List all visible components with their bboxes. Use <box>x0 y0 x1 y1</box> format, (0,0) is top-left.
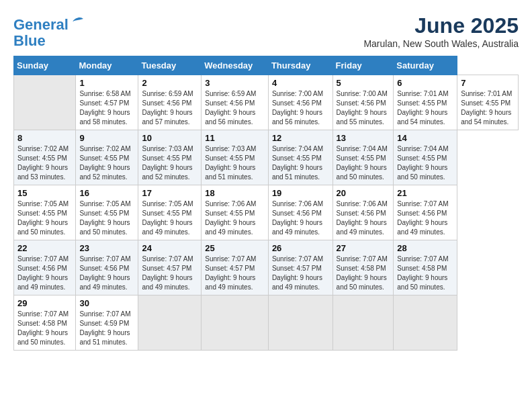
calendar-cell: 30Sunrise: 7:07 AMSunset: 4:59 PMDayligh… <box>76 295 138 351</box>
calendar-cell: 5Sunrise: 7:00 AMSunset: 4:56 PMDaylight… <box>332 75 394 130</box>
header: General Blue June 2025 Marulan, New Sout… <box>13 13 519 49</box>
logo-line1: General <box>13 16 69 33</box>
day-info: Sunrise: 6:59 AMSunset: 4:56 PMDaylight:… <box>205 89 265 127</box>
calendar-cell <box>268 295 332 351</box>
day-info: Sunrise: 7:07 AMSunset: 4:58 PMDaylight:… <box>397 255 453 292</box>
day-info: Sunrise: 7:06 AMSunset: 4:56 PMDaylight:… <box>337 199 390 237</box>
day-info: Sunrise: 7:06 AMSunset: 4:56 PMDaylight:… <box>272 199 329 237</box>
column-header-friday: Friday <box>332 56 394 75</box>
day-info: Sunrise: 7:00 AMSunset: 4:56 PMDaylight:… <box>337 89 390 127</box>
day-number: 23 <box>79 243 134 253</box>
calendar-cell: 18Sunrise: 7:06 AMSunset: 4:55 PMDayligh… <box>202 185 269 240</box>
day-info: Sunrise: 7:07 AMSunset: 4:58 PMDaylight:… <box>337 255 390 292</box>
day-number: 30 <box>79 298 134 308</box>
calendar-cell: 3Sunrise: 6:59 AMSunset: 4:56 PMDaylight… <box>202 75 269 130</box>
calendar-cell: 4Sunrise: 7:00 AMSunset: 4:56 PMDaylight… <box>268 75 332 130</box>
logo-bird-icon <box>70 13 86 30</box>
day-number: 24 <box>142 243 197 253</box>
calendar-cell: 1Sunrise: 6:58 AMSunset: 4:57 PMDaylight… <box>76 75 138 130</box>
calendar-cell: 23Sunrise: 7:07 AMSunset: 4:56 PMDayligh… <box>76 240 138 295</box>
calendar-cell: 28Sunrise: 7:07 AMSunset: 4:58 PMDayligh… <box>394 240 457 295</box>
calendar-cell <box>138 295 202 351</box>
calendar-cell: 15Sunrise: 7:05 AMSunset: 4:55 PMDayligh… <box>14 185 76 240</box>
day-number: 20 <box>337 188 390 198</box>
day-number: 22 <box>17 243 72 253</box>
day-number: 3 <box>205 78 265 88</box>
day-number: 2 <box>142 78 197 88</box>
day-number: 10 <box>142 133 197 143</box>
calendar-cell: 27Sunrise: 7:07 AMSunset: 4:58 PMDayligh… <box>332 240 394 295</box>
day-info: Sunrise: 6:58 AMSunset: 4:57 PMDaylight:… <box>79 89 134 127</box>
title-area: June 2025 Marulan, New South Wales, Aust… <box>363 13 519 49</box>
day-info: Sunrise: 7:01 AMSunset: 4:55 PMDaylight:… <box>461 89 515 127</box>
calendar-cell <box>202 295 269 351</box>
calendar-cell: 26Sunrise: 7:07 AMSunset: 4:57 PMDayligh… <box>268 240 332 295</box>
day-number: 12 <box>272 133 329 143</box>
day-number: 26 <box>272 243 329 253</box>
calendar-table: SundayMondayTuesdayWednesdayThursdayFrid… <box>13 56 519 351</box>
day-info: Sunrise: 7:04 AMSunset: 4:55 PMDaylight:… <box>337 144 390 182</box>
day-number: 5 <box>337 78 390 88</box>
calendar-cell: 9Sunrise: 7:02 AMSunset: 4:55 PMDaylight… <box>76 130 138 185</box>
day-number: 29 <box>17 298 72 308</box>
day-number: 11 <box>205 133 265 143</box>
calendar-cell: 8Sunrise: 7:02 AMSunset: 4:55 PMDaylight… <box>14 130 76 185</box>
day-info: Sunrise: 7:05 AMSunset: 4:55 PMDaylight:… <box>17 199 72 237</box>
day-info: Sunrise: 7:07 AMSunset: 4:56 PMDaylight:… <box>17 255 72 292</box>
calendar-cell: 12Sunrise: 7:04 AMSunset: 4:55 PMDayligh… <box>268 130 332 185</box>
calendar-cell <box>14 75 76 130</box>
calendar-cell: 22Sunrise: 7:07 AMSunset: 4:56 PMDayligh… <box>14 240 76 295</box>
calendar-cell: 10Sunrise: 7:03 AMSunset: 4:55 PMDayligh… <box>138 130 202 185</box>
day-number: 19 <box>272 188 329 198</box>
day-number: 14 <box>397 133 453 143</box>
calendar-cell: 2Sunrise: 6:59 AMSunset: 4:56 PMDaylight… <box>138 75 202 130</box>
calendar-week-row: 8Sunrise: 7:02 AMSunset: 4:55 PMDaylight… <box>14 130 519 185</box>
calendar-cell: 24Sunrise: 7:07 AMSunset: 4:57 PMDayligh… <box>138 240 202 295</box>
day-info: Sunrise: 7:07 AMSunset: 4:57 PMDaylight:… <box>272 255 329 292</box>
day-info: Sunrise: 7:02 AMSunset: 4:55 PMDaylight:… <box>17 144 72 182</box>
calendar-week-row: 29Sunrise: 7:07 AMSunset: 4:58 PMDayligh… <box>14 295 519 351</box>
day-number: 8 <box>17 133 72 143</box>
day-number: 15 <box>17 188 72 198</box>
day-info: Sunrise: 7:05 AMSunset: 4:55 PMDaylight:… <box>79 199 134 237</box>
calendar-cell: 16Sunrise: 7:05 AMSunset: 4:55 PMDayligh… <box>76 185 138 240</box>
calendar-week-row: 22Sunrise: 7:07 AMSunset: 4:56 PMDayligh… <box>14 240 519 295</box>
day-number: 28 <box>397 243 453 253</box>
calendar-cell: 21Sunrise: 7:07 AMSunset: 4:56 PMDayligh… <box>394 185 457 240</box>
day-info: Sunrise: 7:07 AMSunset: 4:56 PMDaylight:… <box>397 199 453 237</box>
calendar-cell <box>394 295 457 351</box>
day-info: Sunrise: 7:07 AMSunset: 4:58 PMDaylight:… <box>17 310 72 347</box>
logo-text: General Blue <box>13 13 86 49</box>
day-number: 6 <box>397 78 453 88</box>
calendar-week-row: 15Sunrise: 7:05 AMSunset: 4:55 PMDayligh… <box>14 185 519 240</box>
day-number: 4 <box>272 78 329 88</box>
column-header-thursday: Thursday <box>268 56 332 75</box>
column-header-wednesday: Wednesday <box>202 56 269 75</box>
day-number: 9 <box>79 133 134 143</box>
calendar-week-row: 1Sunrise: 6:58 AMSunset: 4:57 PMDaylight… <box>14 75 519 130</box>
month-year: June 2025 <box>363 13 519 38</box>
day-number: 16 <box>79 188 134 198</box>
day-info: Sunrise: 7:06 AMSunset: 4:55 PMDaylight:… <box>205 199 265 237</box>
calendar-cell: 25Sunrise: 7:07 AMSunset: 4:57 PMDayligh… <box>202 240 269 295</box>
calendar-cell: 13Sunrise: 7:04 AMSunset: 4:55 PMDayligh… <box>332 130 394 185</box>
day-number: 18 <box>205 188 265 198</box>
day-info: Sunrise: 7:02 AMSunset: 4:55 PMDaylight:… <box>79 144 134 182</box>
day-number: 25 <box>205 243 265 253</box>
day-info: Sunrise: 7:07 AMSunset: 4:57 PMDaylight:… <box>142 255 197 292</box>
day-info: Sunrise: 7:07 AMSunset: 4:57 PMDaylight:… <box>205 255 265 292</box>
day-info: Sunrise: 7:03 AMSunset: 4:55 PMDaylight:… <box>205 144 265 182</box>
logo-line2: Blue <box>13 32 46 49</box>
day-info: Sunrise: 6:59 AMSunset: 4:56 PMDaylight:… <box>142 89 197 127</box>
column-header-tuesday: Tuesday <box>138 56 202 75</box>
calendar-cell: 11Sunrise: 7:03 AMSunset: 4:55 PMDayligh… <box>202 130 269 185</box>
day-info: Sunrise: 7:01 AMSunset: 4:55 PMDaylight:… <box>397 89 453 127</box>
calendar-cell: 6Sunrise: 7:01 AMSunset: 4:55 PMDaylight… <box>394 75 457 130</box>
day-info: Sunrise: 7:05 AMSunset: 4:55 PMDaylight:… <box>142 199 197 237</box>
calendar-cell: 29Sunrise: 7:07 AMSunset: 4:58 PMDayligh… <box>14 295 76 351</box>
calendar-cell: 19Sunrise: 7:06 AMSunset: 4:56 PMDayligh… <box>268 185 332 240</box>
logo: General Blue <box>13 13 86 49</box>
column-header-saturday: Saturday <box>394 56 457 75</box>
day-info: Sunrise: 7:07 AMSunset: 4:59 PMDaylight:… <box>79 310 134 347</box>
day-info: Sunrise: 7:00 AMSunset: 4:56 PMDaylight:… <box>272 89 329 127</box>
